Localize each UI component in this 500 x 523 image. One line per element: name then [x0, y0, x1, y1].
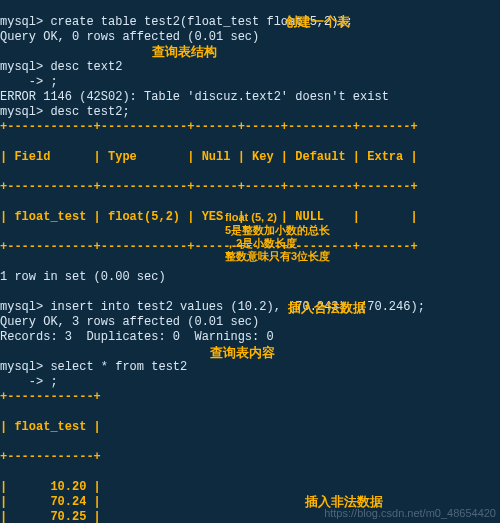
table-border: +------------+	[0, 390, 101, 404]
annotation-desc-structure: 查询表结构	[152, 45, 217, 59]
terminal-line: -> ;	[0, 375, 58, 389]
terminal-line: mysql> desc test2;	[0, 105, 130, 119]
table-row: | 10.20 |	[0, 480, 101, 494]
terminal-line: ERROR 1146 (42S02): Table 'discuz.text2'…	[0, 90, 389, 104]
annotation-select-content: 查询表内容	[210, 346, 275, 360]
table-row: | 70.25 |	[0, 510, 101, 523]
terminal-line: Records: 3 Duplicates: 0 Warnings: 0	[0, 330, 274, 344]
table-row: | 70.24 |	[0, 495, 101, 509]
table-border: +------------+------------+------+-----+…	[0, 180, 418, 194]
terminal-line: -> ;	[0, 75, 58, 89]
table-header-row: | float_test |	[0, 420, 101, 434]
annotation-float-explain: float (5, 2) 5是整数加小数的总长 ，2是小数长度 整数意味只有3位…	[225, 211, 330, 263]
table-header-row: | Field | Type | Null | Key | Default | …	[0, 150, 418, 164]
terminal-line: mysql> desc text2	[0, 60, 122, 74]
terminal-window[interactable]: mysql> create table test2(float_test flo…	[0, 0, 500, 523]
terminal-line: Query OK, 0 rows affected (0.01 sec)	[0, 30, 259, 44]
terminal-line: mysql> select * from test2	[0, 360, 187, 374]
annotation-create-table: 创建一个表	[285, 15, 350, 29]
annotation-insert-valid: 插入合法数据	[288, 301, 366, 315]
watermark-text: https://blog.csdn.net/m0_48654420	[324, 506, 496, 521]
terminal-line: 1 row in set (0.00 sec)	[0, 270, 166, 284]
terminal-line: Query OK, 3 rows affected (0.01 sec)	[0, 315, 259, 329]
table-border: +------------+------------+------+-----+…	[0, 240, 418, 254]
table-border: +------------+------------+------+-----+…	[0, 120, 418, 134]
table-row: | float_test | float(5,2) | YES | | NULL…	[0, 210, 418, 224]
table-border: +------------+	[0, 450, 101, 464]
